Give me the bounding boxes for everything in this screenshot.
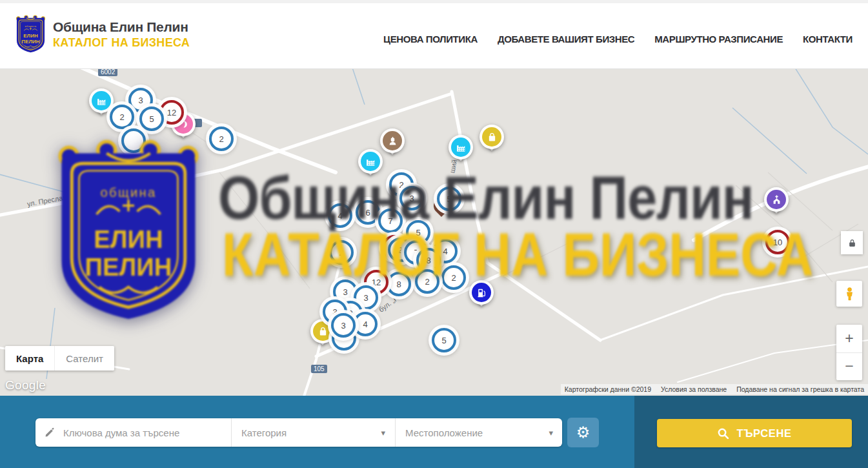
- watermark-emblem-line1: ЕЛИН: [94, 225, 163, 253]
- emblem-line2: ПЕЛИН: [21, 39, 39, 45]
- map-cluster-marker[interactable]: 5: [432, 328, 456, 352]
- watermark-emblem: община ЕЛИН ПЕЛИН: [55, 139, 202, 325]
- map-cluster-marker[interactable]: 5: [139, 107, 164, 131]
- zoom-in-button[interactable]: +: [836, 325, 862, 353]
- brand[interactable]: община ЕЛИН ПЕЛИН Община Елин Пелин КАТА…: [15, 15, 190, 54]
- lock-button[interactable]: [841, 231, 863, 254]
- search-button[interactable]: ТЪРСЕНЕ: [657, 419, 852, 447]
- map-type-map-button[interactable]: Карта: [5, 346, 54, 371]
- map-cluster-marker[interactable]: 2: [209, 127, 234, 151]
- gear-icon: ⚙: [576, 423, 590, 442]
- advanced-settings-button[interactable]: ⚙: [567, 418, 599, 447]
- attribution-terms-link[interactable]: Условия за ползване: [661, 385, 727, 393]
- nav-item-pricing[interactable]: ЦЕНОВА ПОЛИТИКА: [383, 34, 478, 45]
- header: община ЕЛИН ПЕЛИН Община Елин Пелин КАТА…: [0, 0, 868, 69]
- nav-item-contacts[interactable]: КОНТАКТИ: [803, 34, 853, 45]
- keyword-search-input[interactable]: [62, 427, 231, 439]
- category-dropdown[interactable]: Категория ▾: [231, 418, 395, 447]
- street-view-pegman-button[interactable]: [836, 281, 862, 307]
- search-bar: Категория ▾ Местоположение ▾ ⚙ ТЪРСЕНЕ: [0, 396, 868, 468]
- keyword-section: [35, 418, 231, 447]
- search-icon: [717, 427, 729, 440]
- chevron-down-icon: ▾: [549, 428, 553, 438]
- map-cluster-marker[interactable]: 3: [331, 313, 356, 338]
- category-dropdown-label: Категория: [241, 427, 287, 438]
- location-dropdown[interactable]: Местоположение ▾: [395, 418, 563, 447]
- brand-subtitle: КАТАЛОГ НА БИЗНЕСА: [53, 36, 190, 50]
- map-cluster-marker[interactable]: 2: [110, 105, 134, 129]
- main-nav: ЦЕНОВА ПОЛИТИКА ДОБАВЕТЕ ВАШИЯТ БИЗНЕС М…: [383, 25, 853, 45]
- municipality-emblem-logo: община ЕЛИН ПЕЛИН: [15, 15, 46, 54]
- nav-item-route-schedule[interactable]: МАРШРУТНО РАЗПИСАНИЕ: [654, 34, 783, 45]
- map-attribution: Картографски данни ©2019 Условия за полз…: [561, 384, 868, 394]
- map-cluster-marker[interactable]: 4: [353, 312, 378, 336]
- attribution-report-error-link[interactable]: Подаване на сигнал за грешка в картата: [736, 385, 864, 393]
- brand-title: Община Елин Пелин: [53, 19, 190, 35]
- watermark-subtitle: КАТАЛОГ НА БИЗНЕСА: [222, 219, 813, 290]
- pegman-icon: [842, 287, 857, 301]
- map-pin-church[interactable]: [764, 187, 789, 219]
- zoom-control: + −: [836, 325, 862, 380]
- map-type-control: Карта Сателит: [5, 346, 114, 371]
- map-pin-bag[interactable]: [479, 125, 504, 157]
- map-pin-worker[interactable]: [380, 128, 405, 161]
- map-type-satellite-button[interactable]: Сателит: [54, 346, 114, 371]
- location-dropdown-label: Местоположение: [405, 427, 483, 438]
- zoom-out-button[interactable]: −: [836, 353, 862, 381]
- emblem-line1: ЕЛИН: [23, 33, 38, 39]
- google-map[interactable]: 6002105ул. Преславбул. „Новоселший 32125…: [0, 69, 868, 396]
- pencil-icon: [45, 427, 55, 438]
- search-box: Категория ▾ Местоположение ▾: [35, 418, 562, 447]
- search-button-label: ТЪРСЕНЕ: [736, 427, 791, 440]
- google-logo[interactable]: Google: [5, 378, 46, 392]
- lock-icon: [848, 238, 856, 248]
- nav-item-add-business[interactable]: ДОБАВЕТЕ ВАШИЯТ БИЗНЕС: [498, 34, 634, 45]
- attribution-copyright: Картографски данни ©2019: [565, 385, 651, 393]
- emblem-top-text: община: [25, 25, 36, 28]
- chevron-down-icon: ▾: [381, 428, 385, 438]
- watermark-emblem-line2: ПЕЛИН: [85, 253, 172, 281]
- watermark-emblem-top-text: община: [101, 185, 157, 199]
